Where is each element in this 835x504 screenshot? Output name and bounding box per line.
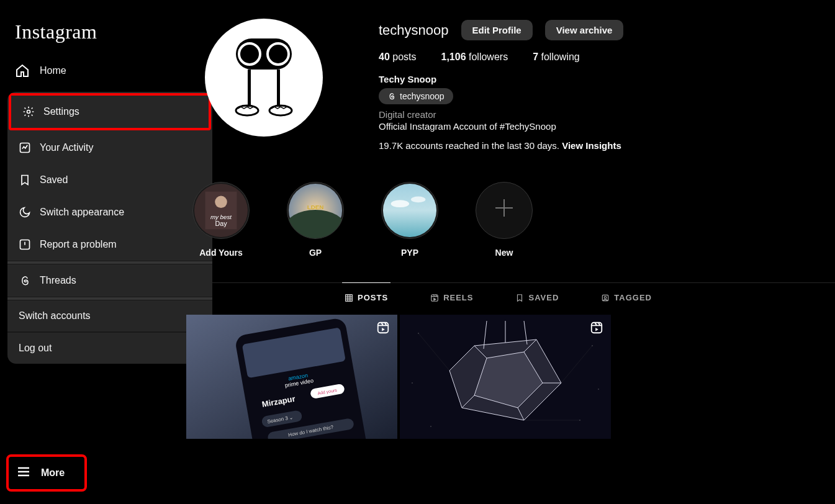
svg-text:Day: Day — [215, 220, 227, 227]
bookmark-icon — [515, 294, 524, 302]
nav-home-label: Home — [40, 65, 66, 76]
highlight-add-yours[interactable]: my bestDay Add Yours — [192, 182, 250, 258]
edit-profile-button[interactable]: Edit Profile — [461, 20, 533, 40]
plus-icon — [490, 194, 518, 227]
svg-rect-37 — [378, 323, 389, 333]
post-item[interactable]: amazon prime video Mirzapur Add yours Se… — [186, 315, 397, 439]
following-stat[interactable]: 7 following — [533, 52, 580, 63]
threads-handle: techysnoop — [400, 91, 445, 101]
post-thumbnail: amazon prime video Mirzapur Add yours Se… — [186, 315, 397, 439]
more-label: More — [41, 467, 65, 479]
view-archive-button[interactable]: View archive — [545, 20, 624, 40]
post-thumbnail — [400, 315, 611, 439]
nav-home[interactable]: Home — [7, 56, 145, 86]
view-insights-link[interactable]: View Insights — [562, 140, 621, 151]
svg-point-51 — [430, 426, 431, 427]
home-icon — [15, 63, 30, 78]
profile-bio-block: Techy Snoop techysnoop Digital creator O… — [379, 74, 835, 151]
highlight-label: Add Yours — [199, 248, 243, 258]
threads-icon — [19, 274, 31, 287]
tagged-icon — [601, 294, 610, 302]
svg-rect-7 — [277, 70, 280, 107]
reels-icon — [430, 294, 439, 302]
svg-point-54 — [598, 389, 599, 390]
hamburger-icon — [16, 464, 31, 482]
svg-point-0 — [27, 110, 30, 114]
profile-avatar[interactable] — [205, 19, 323, 137]
profile-category: Digital creator — [379, 109, 835, 120]
menu-logout-label: Log out — [19, 343, 52, 354]
menu-activity-label: Your Activity — [40, 142, 94, 153]
reel-badge-icon — [590, 321, 603, 337]
tab-reels[interactable]: REELS — [428, 282, 476, 312]
svg-rect-21 — [346, 294, 353, 301]
profile-header: techysnoop Edit Profile View archive 40 … — [161, 19, 835, 151]
tab-tagged[interactable]: TAGGED — [598, 282, 654, 312]
profile-insights: 19.7K accounts reached in the last 30 da… — [379, 140, 835, 151]
followers-stat[interactable]: 1,106 followers — [441, 52, 508, 63]
gear-icon — [22, 106, 35, 118]
profile-page: techysnoop Edit Profile View archive 40 … — [161, 0, 835, 504]
posts-stat[interactable]: 40 posts — [379, 52, 417, 63]
tab-posts[interactable]: POSTS — [342, 282, 390, 312]
profile-info: techysnoop Edit Profile View archive 40 … — [379, 19, 835, 151]
bookmark-icon — [19, 174, 31, 186]
posts-grid: amazon prime video Mirzapur Add yours Se… — [161, 312, 835, 439]
highlight-label: New — [495, 248, 513, 258]
reel-badge-icon — [376, 321, 390, 337]
highlight-label: GP — [309, 248, 322, 258]
svg-text:LDEN: LDEN — [307, 204, 324, 210]
highlight-cover — [381, 182, 438, 239]
report-icon — [19, 238, 31, 251]
svg-point-53 — [412, 382, 413, 384]
profile-actions-row: techysnoop Edit Profile View archive — [379, 20, 835, 40]
tab-saved[interactable]: SAVED — [513, 282, 561, 312]
svg-rect-58 — [592, 323, 602, 333]
svg-rect-6 — [248, 70, 251, 107]
highlight-gp[interactable]: LDEN GP — [287, 182, 344, 258]
grid-icon — [345, 294, 353, 302]
svg-rect-3 — [236, 38, 292, 70]
svg-point-20 — [411, 197, 425, 203]
activity-icon — [19, 142, 31, 154]
threads-icon — [387, 92, 396, 101]
menu-switch-label: Switch accounts — [19, 310, 91, 322]
svg-point-16 — [287, 210, 343, 239]
svg-text:my best: my best — [210, 214, 232, 220]
svg-point-18 — [383, 184, 436, 237]
svg-point-19 — [391, 200, 409, 207]
profile-stats: 40 posts 1,106 followers 7 following — [379, 52, 835, 63]
profile-bio: Official Instagram Account of #TechySnoo… — [379, 121, 835, 132]
profile-display-name: Techy Snoop — [379, 74, 835, 84]
highlight-new[interactable]: New — [476, 182, 533, 258]
threads-badge[interactable]: techysnoop — [379, 88, 453, 104]
menu-appearance-label: Switch appearance — [40, 207, 124, 218]
tab-saved-label: SAVED — [528, 293, 559, 302]
highlight-new-circle — [476, 182, 533, 239]
menu-report-label: Report a problem — [40, 239, 117, 250]
highlight-label: PYP — [401, 248, 418, 258]
highlight-cover: my bestDay — [192, 182, 250, 239]
more-button[interactable]: More — [6, 454, 87, 492]
tab-reels-label: REELS — [443, 293, 473, 302]
menu-saved-label: Saved — [40, 174, 68, 186]
tab-posts-label: POSTS — [358, 293, 388, 302]
profile-username: techysnoop — [379, 22, 449, 38]
svg-point-24 — [605, 296, 607, 299]
avatar-image — [217, 31, 310, 124]
svg-point-12 — [215, 196, 227, 209]
highlight-cover: LDEN — [287, 182, 344, 239]
instagram-logo[interactable]: Instagram — [7, 5, 145, 53]
profile-tabs: POSTS REELS SAVED TAGGED — [161, 282, 835, 312]
story-highlights: my bestDay Add Yours LDEN GP PYP New — [161, 151, 835, 276]
menu-threads-label: Threads — [40, 275, 76, 286]
menu-settings-label: Settings — [43, 106, 79, 117]
tab-tagged-label: TAGGED — [614, 293, 652, 302]
highlight-pyp[interactable]: PYP — [381, 182, 438, 258]
post-item[interactable] — [400, 315, 611, 439]
moon-icon — [19, 206, 31, 218]
